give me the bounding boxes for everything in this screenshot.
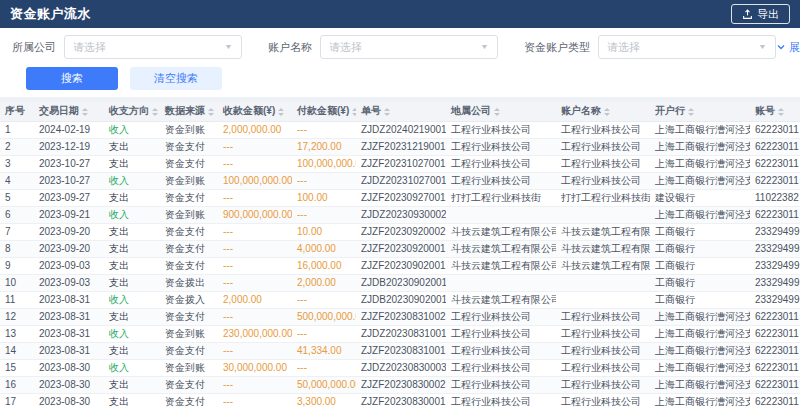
column-header-account[interactable]: 账户名称 — [556, 102, 650, 121]
filter-group-company: 所属公司 请选择 ▼ — [12, 35, 242, 59]
chevron-down-icon: ▼ — [480, 43, 489, 51]
cell-order_no: ZJDB20230902001 — [356, 274, 446, 291]
cell-date: 2023-09-03 — [34, 257, 104, 274]
table-row[interactable]: 132023-08-31收入资金到账230,000,000.00---ZJDZ2… — [0, 325, 800, 342]
company-select-placeholder: 请选择 — [73, 40, 106, 55]
table-row[interactable]: 52023-09-27支出资金支付---100.00ZJZF2023092700… — [0, 189, 800, 206]
table-row[interactable]: 102023-09-03支出资金拨出---2,000.00ZJDB2023090… — [0, 274, 800, 291]
cell-receipt: --- — [218, 189, 292, 206]
sort-carets-icon[interactable] — [208, 108, 214, 116]
cell-no: 3 — [0, 155, 34, 172]
cell-number: 62223011 — [750, 393, 800, 409]
cell-account: 斗技云建筑工程有限公司 — [556, 257, 650, 274]
cell-company: 工程行业科技公司 — [446, 172, 556, 189]
column-header-payment[interactable]: 付款金额(¥) — [292, 102, 356, 121]
cell-no: 17 — [0, 393, 34, 409]
table-row[interactable]: 22023-12-19支出资金支付---17,200.00ZJZF2023121… — [0, 138, 800, 155]
table-row[interactable]: 112023-08-31收入资金拨入2,000.00---ZJDB2023090… — [0, 291, 800, 308]
cell-bank: 上海工商银行漕河泾支行 — [650, 393, 750, 409]
cell-company: 斗技云建筑工程有限公司 — [446, 223, 556, 240]
cell-no: 5 — [0, 189, 34, 206]
cell-bank: 上海工商银行漕河泾支行 — [650, 376, 750, 393]
cell-number: 62223011 — [750, 342, 800, 359]
table-row[interactable]: 122023-08-31支出资金支付---500,000,000.00ZJZF2… — [0, 308, 800, 325]
export-button[interactable]: 导出 — [731, 4, 790, 24]
column-header-label: 收款金额(¥) — [223, 105, 275, 116]
table-row[interactable]: 42023-10-27收入资金到账100,000,000.00---ZJDZ20… — [0, 172, 800, 189]
sort-carets-icon[interactable] — [384, 108, 390, 116]
cell-source: 资金支付 — [160, 393, 218, 409]
table-row[interactable]: 162023-08-30支出资金支付---50,000,000.00ZJZF20… — [0, 376, 800, 393]
cell-company: 工程行业科技公司 — [446, 376, 556, 393]
cell-direction: 收入 — [104, 291, 160, 308]
cell-payment: --- — [292, 121, 356, 138]
cell-company: 斗技云建筑工程有限公司 — [446, 291, 556, 308]
cell-direction: 收入 — [104, 206, 160, 223]
cell-date: 2023-08-30 — [34, 376, 104, 393]
search-button[interactable]: 搜索 — [26, 67, 118, 90]
expand-filter-link[interactable]: 展开筛选 — [776, 40, 800, 55]
cell-receipt: --- — [218, 376, 292, 393]
clear-search-button[interactable]: 清空搜索 — [130, 67, 222, 90]
column-header-direction[interactable]: 收支方向 — [104, 102, 160, 121]
cell-date: 2023-10-27 — [34, 172, 104, 189]
table-row[interactable]: 72023-09-20支出资金支付---10.00ZJZF20230920002… — [0, 223, 800, 240]
cell-direction: 支出 — [104, 155, 160, 172]
column-header-source[interactable]: 数据来源 — [160, 102, 218, 121]
cell-order_no: ZJZF20230920002 — [356, 223, 446, 240]
sort-carets-icon[interactable] — [152, 108, 158, 116]
table-row[interactable]: 32023-10-27支出资金支付---100,000,000.00ZJZF20… — [0, 155, 800, 172]
cell-no: 16 — [0, 376, 34, 393]
cell-number: 23329499 — [750, 257, 800, 274]
sort-carets-icon[interactable] — [494, 108, 500, 116]
cell-date: 2023-09-20 — [34, 223, 104, 240]
account-select[interactable]: 请选择 ▼ — [320, 35, 498, 59]
cell-order_no: ZJDZ20230831001 — [356, 325, 446, 342]
cell-account: 打打工程行业科技街 — [556, 189, 650, 206]
cell-order_no: ZJZF20230831002 — [356, 308, 446, 325]
cell-payment: --- — [292, 206, 356, 223]
cell-receipt: --- — [218, 223, 292, 240]
cell-receipt: --- — [218, 240, 292, 257]
cell-receipt: 100,000,000.00 — [218, 172, 292, 189]
sort-carets-icon[interactable] — [352, 108, 356, 116]
sort-carets-icon[interactable] — [688, 108, 694, 116]
cell-number: 62223011 — [750, 376, 800, 393]
cell-company — [446, 206, 556, 223]
cell-number: 23329499 — [750, 274, 800, 291]
column-header-number[interactable]: 账号 — [750, 102, 800, 121]
column-header-order_no[interactable]: 单号 — [356, 102, 446, 121]
table-row[interactable]: 62023-09-21收入资金到账900,000,000.00---ZJDZ20… — [0, 206, 800, 223]
column-header-company[interactable]: 地属公司 — [446, 102, 556, 121]
cell-date: 2023-08-31 — [34, 342, 104, 359]
table-row[interactable]: 172023-08-30支出资金支付---3,300.00ZJZF2023083… — [0, 393, 800, 409]
cell-account: 工程行业科技公司 — [556, 393, 650, 409]
table-row[interactable]: 82023-09-20支出资金支付---4,000.00ZJZF20230920… — [0, 240, 800, 257]
filter-group-account: 账户名称 请选择 ▼ — [268, 35, 498, 59]
cell-source: 资金支付 — [160, 257, 218, 274]
sort-carets-icon[interactable] — [278, 108, 284, 116]
cell-source: 资金支付 — [160, 240, 218, 257]
table-row[interactable]: 142023-08-31支出资金支付---41,334.00ZJZF202308… — [0, 342, 800, 359]
column-header-label: 账号 — [755, 105, 775, 116]
column-header-receipt[interactable]: 收款金额(¥) — [218, 102, 292, 121]
account-type-select[interactable]: 请选择 ▼ — [598, 35, 776, 59]
column-header-label: 地属公司 — [451, 105, 491, 116]
table-row[interactable]: 152023-08-30收入资金到账30,000,000.00---ZJDZ20… — [0, 359, 800, 376]
column-header-label: 单号 — [361, 105, 381, 116]
sort-carets-icon[interactable] — [778, 108, 784, 116]
sort-carets-icon[interactable] — [82, 108, 88, 116]
table-row[interactable]: 12024-02-19收入资金到账2,000,000.00---ZJDZ2024… — [0, 121, 800, 138]
column-header-label: 账户名称 — [561, 105, 601, 116]
cell-direction: 收入 — [104, 359, 160, 376]
column-header-date[interactable]: 交易日期 — [34, 102, 104, 121]
company-select[interactable]: 请选择 ▼ — [64, 35, 242, 59]
cell-date: 2023-09-21 — [34, 206, 104, 223]
filter-panel: 所属公司 请选择 ▼ 账户名称 请选择 ▼ 资金账户类型 请选择 ▼ — [0, 28, 800, 97]
table-row[interactable]: 92023-09-03支出资金支付---16,000.00ZJZF2023090… — [0, 257, 800, 274]
cell-receipt: --- — [218, 257, 292, 274]
cell-bank: 工商银行 — [650, 240, 750, 257]
column-header-bank[interactable]: 开户行 — [650, 102, 750, 121]
sort-carets-icon[interactable] — [604, 108, 610, 116]
cell-receipt: --- — [218, 342, 292, 359]
